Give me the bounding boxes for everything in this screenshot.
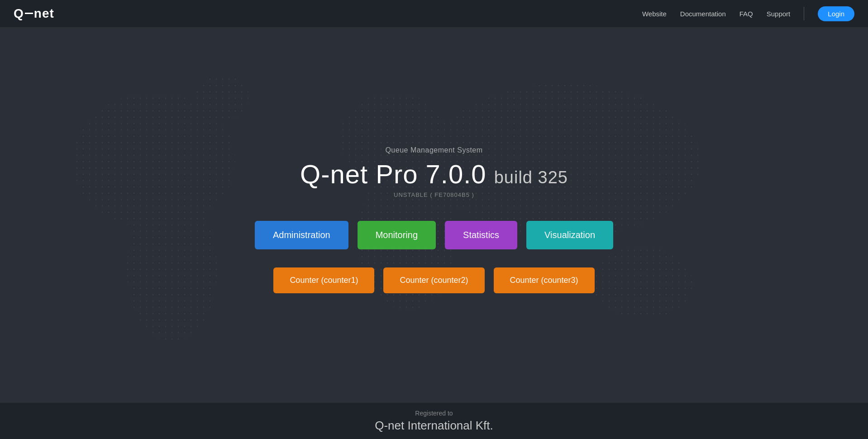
counter2-button[interactable]: Counter (counter2)	[383, 267, 484, 293]
documentation-link[interactable]: Documentation	[680, 10, 726, 18]
footer-registered-label: Registered to	[415, 410, 453, 417]
footer: Registered to Q-net International Kft.	[0, 403, 868, 439]
visualization-button[interactable]: Visualization	[526, 221, 613, 249]
main-title: Q-net Pro 7.0.0 build 325	[300, 159, 568, 189]
navbar-right: Website Documentation FAQ Support Login	[642, 6, 854, 21]
administration-button[interactable]: Administration	[255, 221, 348, 249]
logo-text: Qnet	[14, 6, 54, 21]
statistics-button[interactable]: Statistics	[445, 221, 517, 249]
logo: Qnet	[14, 6, 54, 21]
title-text: Q-net Pro 7.0.0	[300, 159, 486, 189]
monitoring-button[interactable]: Monitoring	[358, 221, 436, 249]
primary-buttons-row: Administration Monitoring Statistics Vis…	[255, 221, 613, 249]
website-link[interactable]: Website	[642, 10, 667, 18]
counter-buttons-row: Counter (counter1) Counter (counter2) Co…	[273, 267, 594, 293]
support-link[interactable]: Support	[767, 10, 791, 18]
counter1-button[interactable]: Counter (counter1)	[273, 267, 374, 293]
faq-link[interactable]: FAQ	[739, 10, 753, 18]
login-button[interactable]: Login	[818, 6, 854, 21]
nav-divider	[804, 7, 804, 20]
subtitle: Queue Management System	[385, 146, 482, 154]
footer-company-name: Q-net International Kft.	[375, 419, 493, 433]
version-info: UNSTABLE ( fe70804b5 )	[394, 191, 474, 198]
counter3-button[interactable]: Counter (counter3)	[494, 267, 595, 293]
main-content: Queue Management System Q-net Pro 7.0.0 …	[0, 27, 868, 403]
navbar: Qnet Website Documentation FAQ Support L…	[0, 0, 868, 27]
build-text: build 325	[494, 168, 568, 187]
